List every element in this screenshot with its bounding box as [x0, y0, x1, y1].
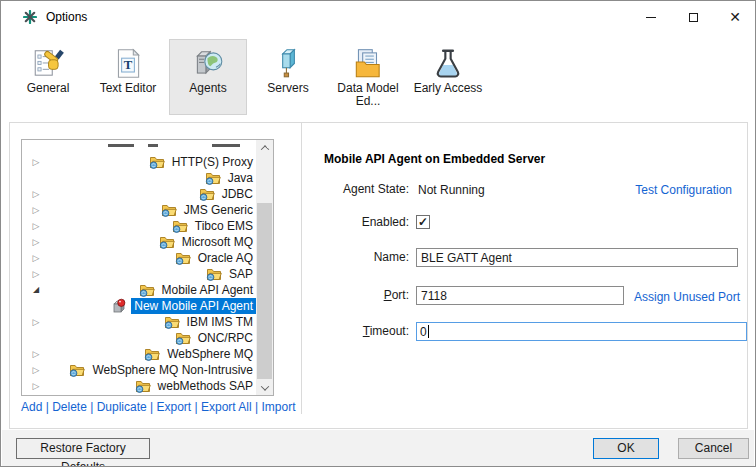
expand-arrow-icon[interactable]: ▷ — [28, 186, 44, 202]
minimize-button[interactable] — [630, 2, 672, 32]
tree-item[interactable]: ▷ WebSphere MQ Non-Intrusive — [22, 362, 256, 378]
link-separator: | — [87, 400, 97, 414]
panel-divider — [301, 123, 302, 414]
folder-icon — [175, 330, 191, 346]
agents-icon — [191, 45, 225, 82]
expand-arrow-icon[interactable]: ▷ — [28, 362, 44, 378]
tree-action-export-all[interactable]: Export All — [201, 400, 252, 414]
tree-item[interactable]: Java — [22, 170, 256, 186]
tree-item[interactable]: ▷ JMS Generic — [22, 202, 256, 218]
toolbar-item-servers[interactable]: Servers — [249, 39, 327, 115]
maximize-button[interactable] — [672, 2, 714, 32]
folder-icon — [175, 250, 191, 266]
scroll-down-icon[interactable] — [256, 380, 273, 395]
expand-arrow-icon[interactable]: ◢ — [28, 282, 44, 298]
tree-item[interactable]: ▷ JDBC — [22, 186, 256, 202]
ok-button[interactable]: OK — [593, 438, 659, 459]
early-access-icon — [431, 45, 465, 82]
tree-item[interactable]: ▷ SAP — [22, 266, 256, 282]
test-configuration-link[interactable]: Test Configuration — [635, 182, 732, 198]
expand-arrow-icon[interactable]: ▷ — [28, 218, 44, 234]
toolbar-label: Servers — [250, 82, 326, 95]
folder-icon — [206, 266, 222, 282]
toolbar-label: Agents — [170, 82, 246, 95]
tree-action-delete[interactable]: Delete — [52, 400, 87, 414]
scroll-up-icon[interactable] — [256, 140, 273, 155]
timeout-label: Timeout: — [321, 322, 409, 341]
expand-arrow-icon[interactable]: ▷ — [28, 346, 44, 362]
folder-icon — [172, 218, 188, 234]
maximize-icon — [689, 13, 698, 22]
folder-icon — [139, 282, 155, 298]
agent-state-value: Not Running — [418, 182, 485, 198]
agent-tree[interactable]: ▷ HTTP(S) Proxy Java ▷ JDBC ▷ JMS Generi… — [21, 139, 274, 396]
expand-arrow-icon[interactable]: ▷ — [28, 250, 44, 266]
toolbar-item-general[interactable]: General — [9, 39, 87, 115]
expand-arrow-icon[interactable]: ▷ — [28, 266, 44, 282]
folder-icon — [149, 154, 165, 170]
folder-icon — [199, 186, 215, 202]
folder-icon — [159, 234, 175, 250]
assign-unused-port-link[interactable]: Assign Unused Port — [634, 289, 740, 305]
tree-item[interactable]: ▷ HTTP(S) Proxy — [22, 154, 256, 170]
tree-item[interactable]: ◢ Mobile API Agent — [22, 282, 256, 298]
folder-icon — [135, 378, 151, 394]
app-icon — [23, 10, 37, 24]
expand-arrow-icon[interactable]: ▷ — [28, 154, 44, 170]
link-separator: | — [252, 400, 262, 414]
toolbar-item-text-editor[interactable]: T Text Editor — [89, 39, 167, 115]
scrollbar-thumb[interactable] — [257, 203, 272, 379]
link-separator: | — [42, 400, 52, 414]
footer-bar: Restore Factory Defaults OK Cancel — [2, 430, 754, 467]
tree-action-add[interactable]: Add — [21, 400, 42, 414]
toolbar-label: Text Editor — [90, 82, 166, 95]
port-label: Port: — [321, 286, 409, 305]
tree-item[interactable]: ▷ Oracle AQ — [22, 250, 256, 266]
tree-item[interactable]: New Mobile API Agent — [22, 298, 256, 314]
minimize-icon — [646, 17, 656, 18]
folder-icon — [205, 170, 221, 186]
tree-item[interactable]: ▷ IBM IMS TM — [22, 314, 256, 330]
enabled-checkbox[interactable] — [416, 215, 430, 229]
timeout-input[interactable]: 0 — [416, 322, 747, 341]
tree-action-export[interactable]: Export — [156, 400, 191, 414]
tree-item[interactable]: ONC/RPC — [22, 330, 256, 346]
tree-item[interactable]: ▷ WebSphere MQ — [22, 346, 256, 362]
tree-scrollbar[interactable] — [256, 140, 273, 395]
toolbar-label: General — [10, 82, 86, 95]
text-cursor — [428, 325, 429, 338]
form-heading: Mobile API Agent on Embedded Server — [324, 152, 545, 166]
tree-action-import[interactable]: Import — [261, 400, 295, 414]
folder-icon — [161, 202, 177, 218]
expand-arrow-icon[interactable]: ▷ — [28, 234, 44, 250]
name-input[interactable] — [416, 248, 738, 267]
data-model-editor-icon — [351, 45, 385, 82]
options-dialog: Options ✕ General T Text Editor — [0, 0, 756, 467]
tree-item[interactable]: ▷ Microsoft MQ — [22, 234, 256, 250]
folder-icon — [164, 314, 180, 330]
toolbar-item-agents[interactable]: Agents — [169, 39, 247, 115]
tree-item[interactable]: ▷ Tibco EMS — [22, 218, 256, 234]
close-button[interactable]: ✕ — [714, 2, 756, 32]
tree-action-duplicate[interactable]: Duplicate — [97, 400, 147, 414]
link-separator: | — [191, 400, 201, 414]
toolbar-item-early-access[interactable]: Early Access — [409, 39, 487, 115]
expand-arrow-icon[interactable]: ▷ — [28, 202, 44, 218]
toolbar-label: Data Model Ed... — [330, 82, 406, 108]
expand-arrow-icon[interactable]: ▷ — [28, 378, 44, 394]
device-icon — [111, 298, 127, 314]
timeout-value: 0 — [420, 325, 427, 339]
text-editor-icon: T — [111, 45, 145, 82]
name-label: Name: — [321, 248, 409, 267]
expand-arrow-icon[interactable]: ▷ — [28, 314, 44, 330]
link-separator: | — [147, 400, 157, 414]
cancel-button[interactable]: Cancel — [678, 438, 749, 459]
restore-factory-defaults-button[interactable]: Restore Factory Defaults — [16, 438, 150, 459]
general-icon — [31, 45, 65, 82]
window-title: Options — [46, 1, 87, 33]
title-bar: Options ✕ — [1, 1, 755, 33]
servers-icon — [271, 45, 305, 82]
tree-item[interactable]: ▷ webMethods SAP — [22, 378, 256, 394]
toolbar-item-data-model-editor[interactable]: Data Model Ed... — [329, 39, 407, 115]
port-input[interactable] — [416, 286, 624, 305]
